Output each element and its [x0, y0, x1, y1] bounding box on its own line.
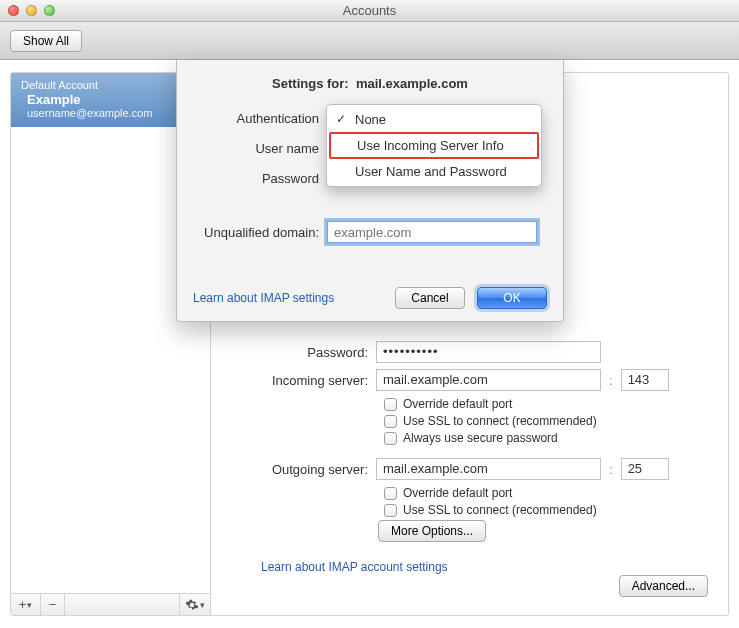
minimize-window-button[interactable]	[26, 5, 37, 16]
dropdown-item-use-incoming[interactable]: Use Incoming Server Info	[329, 132, 539, 159]
minus-icon: −	[49, 597, 57, 612]
port-separator: :	[601, 373, 621, 388]
sheet-title: Settings for: mail.example.com	[193, 76, 547, 91]
zoom-window-button[interactable]	[44, 5, 55, 16]
password-field[interactable]: ••••••••••	[376, 341, 601, 363]
override-port-label: Override default port	[403, 486, 512, 500]
gear-icon	[185, 598, 199, 612]
sheet-title-prefix: Settings for:	[272, 76, 349, 91]
outgoing-server-field[interactable]: mail.example.com	[376, 458, 601, 480]
password-label: Password:	[231, 345, 376, 360]
outgoing-override-port-row[interactable]: Override default port	[384, 486, 708, 500]
checkbox-icon	[384, 398, 397, 411]
show-all-button[interactable]: Show All	[10, 30, 82, 52]
dropdown-item-label: Use Incoming Server Info	[357, 138, 504, 153]
authentication-label: Authentication	[193, 111, 327, 126]
checkbox-icon	[384, 487, 397, 500]
unqualified-domain-row: Unqualified domain:	[193, 221, 547, 243]
plus-icon: +	[19, 597, 27, 612]
checkbox-icon	[384, 432, 397, 445]
incoming-server-label: Incoming server:	[231, 373, 376, 388]
incoming-secure-pw-row[interactable]: Always use secure password	[384, 431, 708, 445]
sidebar-footer: +▾ − ▾	[11, 593, 210, 615]
incoming-port-field[interactable]: 143	[621, 369, 669, 391]
use-ssl-label: Use SSL to connect (recommended)	[403, 414, 597, 428]
outgoing-server-label: Outgoing server:	[231, 462, 376, 477]
learn-imap-account-link[interactable]: Learn about IMAP account settings	[261, 560, 448, 574]
dropdown-item-label: None	[355, 112, 386, 127]
remove-account-button[interactable]: −	[41, 594, 65, 615]
chevron-down-icon: ▾	[200, 600, 205, 610]
learn-imap-settings-link[interactable]: Learn about IMAP settings	[193, 291, 334, 305]
incoming-server-field[interactable]: mail.example.com	[376, 369, 601, 391]
more-options-row: More Options...	[384, 520, 708, 542]
dropdown-item-label: User Name and Password	[355, 164, 507, 179]
secure-pw-label: Always use secure password	[403, 431, 558, 445]
outgoing-use-ssl-row[interactable]: Use SSL to connect (recommended)	[384, 503, 708, 517]
authentication-dropdown: ✓ None Use Incoming Server Info User Nam…	[326, 104, 542, 187]
password-row: Password: ••••••••••	[231, 341, 708, 363]
titlebar: Accounts	[0, 0, 739, 22]
more-options-button[interactable]: More Options...	[378, 520, 486, 542]
password-label-sheet: Password	[193, 171, 327, 186]
unqualified-domain-label: Unqualified domain:	[193, 225, 327, 240]
outgoing-settings-sheet: Settings for: mail.example.com Authentic…	[176, 60, 564, 322]
cancel-button[interactable]: Cancel	[395, 287, 465, 309]
default-account-label: Default Account	[21, 79, 200, 91]
window-title: Accounts	[0, 3, 739, 18]
add-account-button[interactable]: +▾	[11, 594, 41, 615]
use-ssl-label: Use SSL to connect (recommended)	[403, 503, 597, 517]
checkbox-icon	[384, 504, 397, 517]
override-port-label: Override default port	[403, 397, 512, 411]
advanced-button[interactable]: Advanced...	[619, 575, 708, 597]
incoming-use-ssl-row[interactable]: Use SSL to connect (recommended)	[384, 414, 708, 428]
close-window-button[interactable]	[8, 5, 19, 16]
checkmark-icon: ✓	[336, 112, 346, 126]
sidebar-footer-spacer	[65, 594, 180, 615]
sheet-title-server: mail.example.com	[356, 76, 468, 91]
sidebar-settings-button[interactable]: ▾	[180, 594, 210, 615]
account-email: username@example.com	[21, 107, 200, 119]
account-name: Example	[21, 92, 200, 107]
username-label: User name	[193, 141, 327, 156]
port-separator: :	[601, 462, 621, 477]
chevron-down-icon: ▾	[27, 600, 32, 610]
outgoing-port-field[interactable]: 25	[621, 458, 669, 480]
traffic-lights	[0, 5, 55, 16]
dropdown-item-user-pass[interactable]: User Name and Password	[327, 160, 541, 183]
ok-button[interactable]: OK	[477, 287, 547, 309]
dropdown-item-none[interactable]: ✓ None	[327, 108, 541, 131]
checkbox-icon	[384, 415, 397, 428]
unqualified-domain-field[interactable]	[327, 221, 537, 243]
sheet-actions: Cancel OK	[395, 287, 547, 309]
incoming-server-row: Incoming server: mail.example.com : 143	[231, 369, 708, 391]
outgoing-server-row: Outgoing server: mail.example.com : 25	[231, 458, 708, 480]
window-toolbar: Show All	[0, 22, 739, 60]
incoming-override-port-row[interactable]: Override default port	[384, 397, 708, 411]
